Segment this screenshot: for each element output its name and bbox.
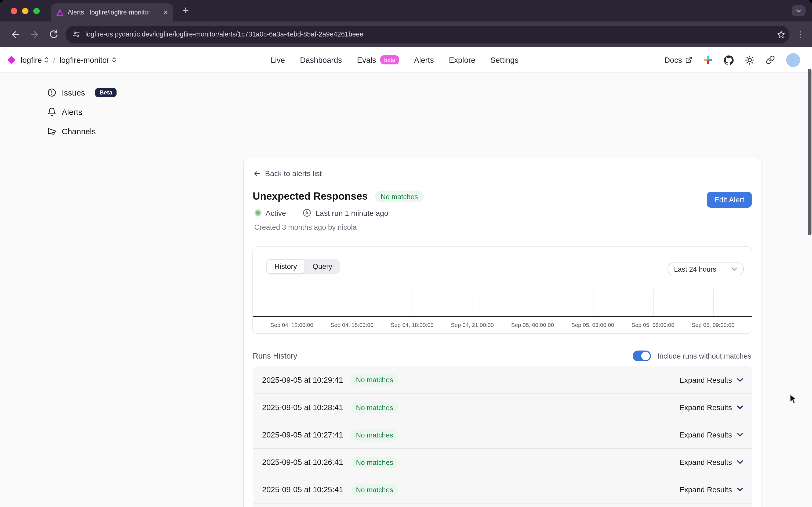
sidebar: Issues Beta Alerts <box>47 85 165 143</box>
time-range-select[interactable]: Last 24 hours <box>667 263 744 275</box>
nav-item-evals[interactable]: Evals beta <box>357 55 399 64</box>
issues-beta-badge: Beta <box>95 88 117 97</box>
nav-label: Evals <box>357 56 376 64</box>
back-button[interactable] <box>5 25 25 44</box>
nav-label: Explore <box>449 56 475 64</box>
expand-results-button[interactable]: Expand Results <box>680 403 743 412</box>
mouse-cursor <box>790 393 798 405</box>
expand-results-label: Expand Results <box>680 485 732 494</box>
run-row[interactable]: 2025-09-05 at 10:28:41 No matches Expand… <box>253 393 752 421</box>
close-window-button[interactable] <box>11 8 17 14</box>
docs-link[interactable]: Docs <box>664 56 692 64</box>
sidebar-item-channels[interactable]: Channels <box>47 123 165 138</box>
run-row[interactable]: 2025-09-05 at 10:26:41 No matches Expand… <box>253 448 752 475</box>
browser-tab[interactable]: Alerts · logfire/logfire-monitor × <box>51 3 173 21</box>
chart-gridline <box>412 289 413 316</box>
nav-item-live[interactable]: Live <box>271 56 285 64</box>
back-to-alerts-link[interactable]: Back to alerts list <box>253 169 322 178</box>
logfire-logo-icon <box>7 56 15 64</box>
chevron-down-icon <box>737 488 743 492</box>
zoom-window-button[interactable] <box>33 8 40 14</box>
chevron-down-icon <box>737 405 743 409</box>
browser-toolbar: logfire-us.pydantic.dev/logfire/logfire-… <box>0 21 812 47</box>
main-nav: Live Dashboards Evals beta Alerts Explor… <box>271 47 519 72</box>
breadcrumb-separator: / <box>53 56 55 64</box>
nav-label: Dashboards <box>300 56 342 64</box>
tab-search-button[interactable] <box>792 5 806 16</box>
expand-results-button[interactable]: Expand Results <box>680 485 743 494</box>
include-runs-toggle-label: Include runs without matches <box>657 352 751 360</box>
bookmark-star-icon[interactable] <box>776 30 786 39</box>
include-runs-toggle[interactable] <box>633 350 651 361</box>
run-timestamp: 2025-09-05 at 10:29:41 <box>262 376 343 384</box>
chart-axis-tick-label: Sep 04, 21:00:00 <box>451 322 494 328</box>
sidebar-item-label: Issues <box>62 88 85 97</box>
breadcrumb: logfire / logfire-monitor <box>9 47 116 72</box>
expand-results-button[interactable]: Expand Results <box>680 458 743 466</box>
forward-arrow-icon <box>29 29 40 40</box>
scrollbar-thumb[interactable] <box>808 69 811 235</box>
chart-axis-tick-label: Sep 05, 09:00:00 <box>692 322 735 328</box>
theme-sun-icon[interactable] <box>745 55 755 65</box>
alert-detail-panel: Back to alerts list Unexpected Responses… <box>243 158 762 507</box>
browser-window: Alerts · logfire/logfire-monitor × + <box>0 0 812 507</box>
address-bar[interactable]: logfire-us.pydantic.dev/logfire/logfire-… <box>65 25 790 43</box>
last-run-label: Last run 1 minute ago <box>316 209 388 217</box>
edit-alert-button[interactable]: Edit Alert <box>707 192 752 208</box>
workspace: Issues Beta Alerts <box>0 73 812 507</box>
chart-gridline <box>713 289 714 316</box>
expand-results-label: Expand Results <box>680 403 732 412</box>
alert-status-row: Active Last run 1 minute ago <box>254 208 388 217</box>
header-actions: Docs <box>664 47 800 72</box>
site-settings-icon <box>72 30 80 39</box>
minimize-window-button[interactable] <box>22 8 28 14</box>
nav-item-dashboards[interactable]: Dashboards <box>300 56 342 64</box>
nav-label: Alerts <box>414 56 434 64</box>
time-range-value: Last 24 hours <box>674 265 716 273</box>
run-row[interactable]: 2025-09-05 at 10:24:41 No matches Expand… <box>253 503 752 507</box>
run-row[interactable]: 2025-09-05 at 10:29:41 No matches Expand… <box>253 366 752 393</box>
run-timestamp: 2025-09-05 at 10:25:41 <box>262 485 343 494</box>
tab-history[interactable]: History <box>266 259 305 274</box>
browser-tab-strip: Alerts · logfire/logfire-monitor × + <box>0 0 812 21</box>
left-arrow-icon <box>253 169 261 177</box>
nav-item-explore[interactable]: Explore <box>449 56 475 64</box>
project-name: logfire-monitor <box>60 56 109 64</box>
org-selector[interactable]: logfire <box>21 56 49 64</box>
expand-results-button[interactable]: Expand Results <box>680 376 743 384</box>
runs-list: 2025-09-05 at 10:29:41 No matches Expand… <box>253 366 752 507</box>
logfire-favicon <box>56 8 64 16</box>
run-match-badge: No matches <box>351 457 399 468</box>
alert-match-badge: No matches <box>375 190 424 203</box>
chart-axis-tick-label: Sep 04, 12:00:00 <box>270 322 313 328</box>
chart-gridline <box>593 289 593 316</box>
chevron-down-icon <box>737 378 743 382</box>
sidebar-item-issues[interactable]: Issues Beta <box>47 85 165 100</box>
tab-query[interactable]: Query <box>305 259 340 274</box>
history-plot <box>253 289 752 317</box>
close-tab-icon[interactable]: × <box>164 9 168 16</box>
runs-header: Runs History Include runs without matche… <box>253 350 751 361</box>
user-avatar[interactable]: - <box>786 53 800 67</box>
back-arrow-icon <box>10 29 20 40</box>
bell-icon <box>47 107 56 116</box>
expand-results-button[interactable]: Expand Results <box>680 431 743 439</box>
run-row[interactable]: 2025-09-05 at 10:25:41 No matches Expand… <box>253 475 752 503</box>
github-icon[interactable] <box>724 55 734 65</box>
project-selector[interactable]: logfire-monitor <box>60 56 116 64</box>
forward-button[interactable] <box>25 25 44 44</box>
expand-results-label: Expand Results <box>680 431 732 439</box>
toggle-knob <box>641 352 650 360</box>
sidebar-item-label: Channels <box>62 126 96 135</box>
new-tab-button[interactable]: + <box>182 5 189 15</box>
expand-results-label: Expand Results <box>680 376 732 384</box>
copy-link-icon[interactable] <box>766 55 775 64</box>
history-query-tabs: History Query <box>266 259 340 274</box>
run-row[interactable]: 2025-09-05 at 10:27:41 No matches Expand… <box>253 421 752 448</box>
nav-item-alerts[interactable]: Alerts <box>414 56 434 64</box>
browser-menu-button[interactable]: ⋮ <box>794 29 807 40</box>
slack-icon[interactable] <box>704 55 713 64</box>
sidebar-item-alerts[interactable]: Alerts <box>47 104 165 119</box>
nav-item-settings[interactable]: Settings <box>490 56 519 64</box>
reload-button[interactable] <box>44 25 63 44</box>
